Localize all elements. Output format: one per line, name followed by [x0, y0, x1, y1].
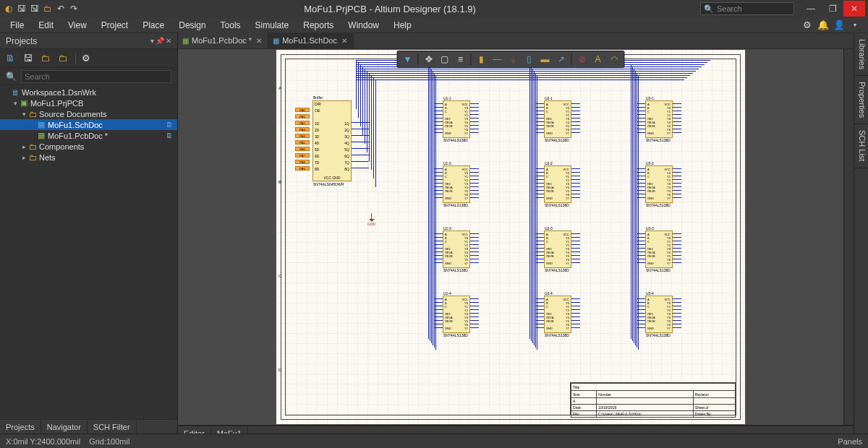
port-PA8[interactable]: PA8	[295, 160, 310, 164]
menu-view[interactable]: View	[61, 17, 94, 33]
menu-window[interactable]: Window	[341, 17, 386, 33]
tree-item[interactable]: ▾ ▣ MoFu1.PrjPCB	[0, 98, 177, 108]
component-U2-2[interactable]: U2-2 ABCOE1OE2AOE2BGND VCCY0Y1Y2Y3Y4Y5Y6…	[544, 165, 571, 203]
place-net-icon[interactable]: ▬	[538, 52, 553, 66]
schematic-sheet[interactable]: A B C D Buffer DIROE1D2D3D4D5D6D7D8D 1Q2…	[276, 49, 746, 425]
component-U3-4[interactable]: U3-4 ABCOE1OE2AOE2BGND VCCY0Y1Y2Y3Y4Y5Y6…	[645, 296, 673, 333]
menu-place[interactable]: Place	[135, 17, 171, 33]
tree-item[interactable]: ▾ 🗀 Source Documents	[0, 108, 177, 119]
structure-icon[interactable]: 🗀	[58, 53, 69, 64]
save-proj-icon[interactable]: 🖫	[23, 53, 35, 64]
panels-button[interactable]: Panels	[838, 437, 862, 446]
panel-tab-projects[interactable]: Projects	[0, 420, 41, 434]
port-PA1[interactable]: PA1	[295, 114, 310, 119]
place-port-icon[interactable]: ▯	[522, 52, 537, 66]
redo-icon[interactable]: ↷	[68, 3, 80, 14]
menu-design[interactable]: Design	[171, 17, 213, 33]
proj-settings-icon[interactable]: ⚙	[82, 53, 93, 64]
doc-tab[interactable]: ▦MoFu1.PcbDoc *✕	[178, 33, 268, 48]
menu-project[interactable]: Project	[94, 17, 135, 33]
port-PA3[interactable]: PA3	[295, 127, 310, 132]
port-PA2[interactable]: PA2	[295, 121, 310, 125]
tree-item[interactable]: ▦ MoFu1.PcbDoc * 🗎	[0, 130, 177, 141]
undo-icon[interactable]: ↶	[55, 3, 67, 14]
place-wire-icon[interactable]: —	[490, 52, 505, 66]
menu-tools[interactable]: Tools	[213, 17, 248, 33]
panel-tab-sch-filter[interactable]: SCH Filter	[88, 420, 137, 434]
close-tab-icon[interactable]: ✕	[255, 37, 262, 45]
schematic-canvas[interactable]: ▼ ✥ ▢ ≡ ▮ — ⏚ ▯ ▬ ↗ ⊘ A ◠	[178, 49, 843, 425]
component-U3-2[interactable]: U3-2 ABCOE1OE2AOE2BGND VCCY0Y1Y2Y3Y4Y5Y6…	[645, 165, 673, 203]
doc-tab[interactable]: ▦MoFu1.SchDoc✕	[268, 33, 354, 48]
minimize-button[interactable]: —	[800, 1, 822, 17]
menu-help[interactable]: Help	[386, 17, 419, 33]
new-doc-icon[interactable]: 🗎	[6, 53, 17, 64]
panel-dropdown-icon[interactable]: ▾	[150, 37, 154, 45]
user-icon[interactable]: 👤	[833, 20, 845, 31]
port-PA7[interactable]: PA7	[295, 153, 310, 158]
component-U2-4[interactable]: U2-4 ABCOE1OE2AOE2BGND VCCY0Y1Y2Y3Y4Y5Y6…	[544, 296, 571, 333]
rail-tab-sch-list[interactable]: SCH List	[854, 124, 868, 168]
title-block: Title Size Number Revision A Date: 10/19…	[570, 382, 736, 415]
save-icon[interactable]: 🖫	[16, 3, 27, 14]
user-dropdown-icon[interactable]: ▾	[849, 20, 861, 31]
component-U3-3[interactable]: U3-3 ABCOE1OE2AOE2BGND VCCY0Y1Y2Y3Y4Y5Y6…	[645, 231, 673, 268]
panel-close-icon[interactable]: ✕	[166, 37, 171, 45]
text-icon[interactable]: A	[591, 52, 605, 66]
menu-simulate[interactable]: Simulate	[248, 17, 297, 33]
port-PA9[interactable]: PA9	[295, 166, 310, 171]
save-all-icon[interactable]: 🖫	[29, 3, 41, 14]
projects-search-input[interactable]	[21, 70, 171, 83]
search-icon: 🔍	[6, 72, 17, 82]
document-tabs: ▦MoFu1.PcbDoc *✕▦MoFu1.SchDoc✕	[178, 33, 854, 49]
port-PA6[interactable]: PA6	[295, 147, 310, 151]
component-U1-2[interactable]: U1-2 ABCOE1OE2AOE2BGND VCCY0Y1Y2Y3Y4Y5Y6…	[443, 165, 470, 203]
active-bar: ▼ ✥ ▢ ≡ ▮ — ⏚ ▯ ▬ ↗ ⊘ A ◠	[397, 51, 625, 68]
selection-icon[interactable]: ▢	[438, 52, 452, 66]
tree-item[interactable]: ▸ 🗀 Nets	[0, 152, 177, 163]
port-PA5[interactable]: PA5	[295, 140, 310, 145]
gnd-symbol[interactable]: GND	[367, 213, 375, 226]
global-search-input[interactable]: 🔍 Search	[700, 2, 794, 15]
panel-pin-icon[interactable]: 📌	[156, 37, 164, 45]
compile-icon[interactable]: 🗀	[41, 53, 52, 64]
align-icon[interactable]: ≡	[454, 52, 468, 66]
place-gnd-icon[interactable]: ⏚	[506, 52, 521, 66]
tree-item[interactable]: ▸ 🗀 Components	[0, 141, 177, 152]
component-buffer[interactable]: Buffer DIROE1D2D3D4D5D6D7D8D 1Q2Q3Q4Q5Q6…	[312, 100, 352, 181]
filter-icon[interactable]: ▼	[401, 52, 415, 66]
tree-item[interactable]: ▦ MoFu1.SchDoc 🗎	[0, 119, 177, 130]
close-tab-icon[interactable]: ✕	[340, 37, 347, 45]
place-part-icon[interactable]: ▮	[475, 52, 489, 66]
coordinates-label: X:0mil Y:2400.000mil	[6, 437, 80, 446]
close-button[interactable]: ✕	[843, 1, 865, 17]
panel-tab-navigator[interactable]: Navigator	[41, 420, 88, 434]
component-U1-3[interactable]: U1-3 ABCOE1OE2AOE2BGND VCCY0Y1Y2Y3Y4Y5Y6…	[443, 231, 470, 268]
projects-tree[interactable]: 🗎 Workspace1.DsnWrk ▾ ▣ MoFu1.PrjPCB ▾ 🗀…	[0, 85, 177, 419]
no-erc-icon[interactable]: ⊘	[575, 52, 590, 66]
rail-tab-libraries[interactable]: Libraries	[854, 33, 868, 76]
menu-reports[interactable]: Reports	[296, 17, 341, 33]
component-U1-1[interactable]: U1-1 ABCOE1OE2AOE2BGND VCCY0Y1Y2Y3Y4Y5Y6…	[443, 100, 470, 138]
arc-icon[interactable]: ◠	[607, 52, 621, 66]
search-icon: 🔍	[704, 4, 714, 14]
menu-edit[interactable]: Edit	[31, 17, 61, 33]
maximize-button[interactable]: ❐	[822, 1, 843, 17]
titlebar: ◐ 🖫 🖫 🗀 ↶ ↷ MoFu1.PrjPCB - Altium Design…	[0, 0, 868, 17]
component-U1-4[interactable]: U1-4 ABCOE1OE2AOE2BGND VCCY0Y1Y2Y3Y4Y5Y6…	[443, 296, 470, 333]
rail-tab-properties[interactable]: Properties	[854, 76, 868, 124]
component-U2-1[interactable]: U2-1 ABCOE1OE2AOE2BGND VCCY0Y1Y2Y3Y4Y5Y6…	[544, 100, 571, 138]
settings-icon[interactable]: ⚙	[801, 20, 813, 31]
place-bus-icon[interactable]: ↗	[554, 52, 569, 66]
menu-file[interactable]: File	[3, 17, 31, 33]
move-icon[interactable]: ✥	[422, 52, 436, 66]
vertical-scrollbar[interactable]	[843, 49, 854, 425]
open-icon[interactable]: 🗀	[42, 3, 54, 14]
component-U3-1[interactable]: U3-1 ABCOE1OE2AOE2BGND VCCY0Y1Y2Y3Y4Y5Y6…	[645, 100, 673, 138]
port-PA0[interactable]: PA0	[295, 108, 310, 112]
grid-label: Grid:100mil	[89, 437, 129, 446]
port-PA4[interactable]: PA4	[295, 134, 310, 138]
component-U2-3[interactable]: U2-3 ABCOE1OE2AOE2BGND VCCY0Y1Y2Y3Y4Y5Y6…	[544, 231, 571, 268]
tree-item[interactable]: 🗎 Workspace1.DsnWrk	[0, 87, 177, 98]
notifications-icon[interactable]: 🔔	[817, 20, 829, 31]
